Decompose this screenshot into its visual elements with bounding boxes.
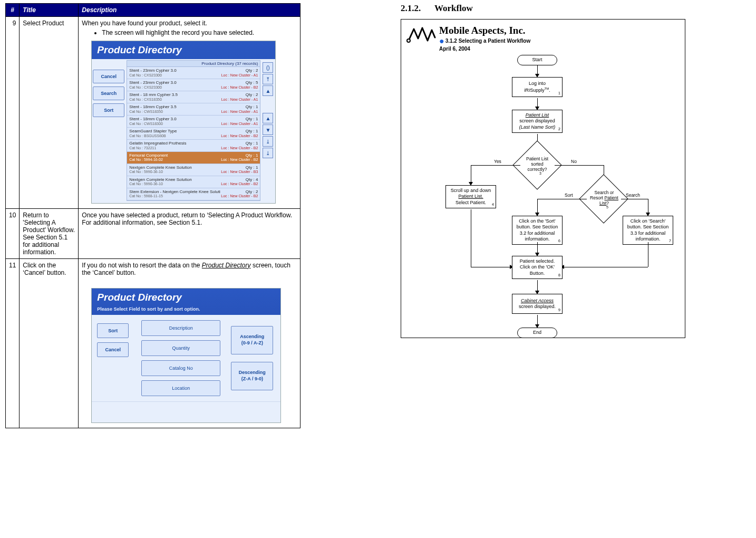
screenshot-subtitle: Please Select Field to sort by and sort … bbox=[92, 306, 280, 315]
th-desc: Description bbox=[79, 4, 301, 17]
edge-no: No bbox=[571, 159, 577, 164]
product-directory-list-screenshot: Product Directory Cancel Search Sort Pro… bbox=[91, 41, 276, 204]
decision-3-label: Patient List sorted correctly? 3 bbox=[515, 156, 560, 177]
table-row: 9 Select Product When you have found you… bbox=[6, 17, 301, 209]
product-directory-sort-screenshot: Product Directory Please Select Field to… bbox=[91, 288, 281, 423]
list-item[interactable]: Femoral ComponentCat No : 5994-16-02Qty … bbox=[127, 152, 260, 164]
cell-desc: If you do not wish to resort the data on… bbox=[79, 258, 301, 428]
scroll-nav-button[interactable]: ▼ bbox=[263, 124, 273, 135]
workflow-diagram: Mobile Aspects, Inc. ●3.1.2 Selecting a … bbox=[401, 19, 685, 338]
list-item[interactable]: Stent - 23mm Cypher 3.0Cat No : CXS23300… bbox=[127, 67, 260, 79]
cell-title: Return to 'Selecting A Product' Workflow… bbox=[20, 208, 79, 258]
list-item[interactable]: Stent - 18 mm Cypher 3.5Cat No : CXS1835… bbox=[127, 91, 260, 103]
table-row: 11 Click on the ‘Cancel’ button. If you … bbox=[6, 258, 301, 428]
cancel-button[interactable]: Cancel bbox=[93, 70, 124, 83]
diagram-subtitle: ●3.1.2 Selecting a Patient Workflow bbox=[439, 36, 530, 46]
instruction-table: # Title Description 9 Select Product Whe… bbox=[5, 3, 301, 428]
sort-button[interactable]: Sort bbox=[97, 323, 129, 338]
list-item[interactable]: SeamGuard Stapler TypeCat No : BSGUSS60B… bbox=[127, 128, 260, 140]
list-item[interactable]: Nextgen Complete Knee SolutionCat No : 5… bbox=[127, 176, 260, 188]
cell-num: 11 bbox=[6, 258, 20, 428]
company-name: Mobile Aspects, Inc. bbox=[439, 25, 530, 36]
scroll-nav-button[interactable]: ⤓ bbox=[263, 148, 273, 158]
list-item[interactable]: Nextgen Complete Knee SolutionCat No : 5… bbox=[127, 164, 260, 176]
desc-text: If you do not wish to resort the data on… bbox=[82, 262, 297, 276]
step-9: Cabinet Access screen displayed. 9 bbox=[512, 294, 563, 314]
field-location-button[interactable]: Location bbox=[141, 380, 220, 396]
scroll-nav-button[interactable]: ⤓ bbox=[263, 136, 273, 147]
product-list: Product Directory (37 records) Stent - 2… bbox=[127, 60, 260, 201]
screenshot-title: Product Directory bbox=[92, 41, 275, 59]
bullet-item: The screen will highlight the record you… bbox=[102, 29, 297, 36]
list-header: Product Directory (37 records) bbox=[127, 61, 260, 67]
diagram-date: April 6, 2004 bbox=[439, 46, 530, 52]
edge-yes: Yes bbox=[494, 159, 501, 164]
screenshot-title: Product Directory bbox=[92, 289, 280, 306]
sort-button[interactable]: Sort bbox=[93, 103, 124, 117]
cell-title: Select Product bbox=[20, 17, 79, 209]
list-item[interactable]: Gelatin Impregnated ProthesisCat No : 73… bbox=[127, 140, 260, 152]
cell-desc: When you have found your product, select… bbox=[79, 17, 301, 209]
cell-num: 9 bbox=[6, 17, 20, 209]
scroll-nav-button[interactable]: ▲ bbox=[263, 85, 273, 96]
start-terminator: Start bbox=[517, 55, 557, 65]
field-catalogno-button[interactable]: Catalog No bbox=[141, 360, 220, 376]
th-num: # bbox=[6, 4, 20, 17]
th-title: Title bbox=[20, 4, 79, 17]
list-item[interactable]: Stent - 18mm Cypher 3.5Cat No : CWS18350… bbox=[127, 103, 260, 116]
section-heading: 2.1.2. Workflow bbox=[401, 3, 685, 14]
cancel-button[interactable]: Cancel bbox=[97, 342, 129, 357]
step-6: Click on the 'Sort' button. See Section … bbox=[512, 216, 563, 245]
search-button[interactable]: Search bbox=[93, 87, 124, 100]
step-7: Click on 'Search' button. See Section 3.… bbox=[623, 216, 673, 245]
edge-search: Search bbox=[626, 193, 640, 198]
end-terminator: End bbox=[517, 328, 557, 338]
scroll-nav-button[interactable]: ⤒ bbox=[263, 74, 273, 84]
ascending-button[interactable]: Ascending(0-9 / A-Z) bbox=[231, 326, 273, 354]
step-1: Log into iRISupplyTM. 1 bbox=[512, 77, 563, 97]
descending-button[interactable]: Descending(Z-A / 9-0) bbox=[231, 362, 273, 390]
scroll-nav-button[interactable]: ▲ bbox=[263, 113, 273, 123]
list-item[interactable]: Stent - 23mm Cypher 3.0Cat No : CXS23300… bbox=[127, 79, 260, 91]
list-item[interactable]: Stem Extension - Nextgen Complete Knee S… bbox=[127, 188, 260, 200]
cell-title: Click on the ‘Cancel’ button. bbox=[20, 258, 79, 428]
scroll-nav-button[interactable]: () bbox=[263, 62, 273, 73]
step-8: Patient selected. Click on the 'OK' Butt… bbox=[512, 256, 563, 279]
cell-desc: Once you have selected a product, return… bbox=[79, 208, 301, 258]
bullet-list: The screen will highlight the record you… bbox=[102, 29, 297, 36]
step-4: Scroll up and down Patient List. Select … bbox=[445, 185, 496, 208]
decision-5-label: Search or Resort Patient List? 5 bbox=[581, 190, 627, 210]
edge-sort: Sort bbox=[565, 193, 573, 198]
table-row: 10 Return to 'Selecting A Product' Workf… bbox=[6, 208, 301, 258]
field-quantity-button[interactable]: Quantity bbox=[141, 340, 220, 356]
desc-text: When you have found your product, select… bbox=[82, 20, 297, 27]
step-2: Patient List screen displayed (Last Name… bbox=[512, 110, 563, 133]
field-description-button[interactable]: Description bbox=[141, 320, 220, 336]
list-item[interactable]: Stent - 18mm Cypher 3.0Cat No : CWS18300… bbox=[127, 116, 260, 128]
cell-num: 10 bbox=[6, 208, 20, 258]
company-logo-icon bbox=[406, 25, 436, 47]
svg-point-0 bbox=[407, 39, 410, 42]
